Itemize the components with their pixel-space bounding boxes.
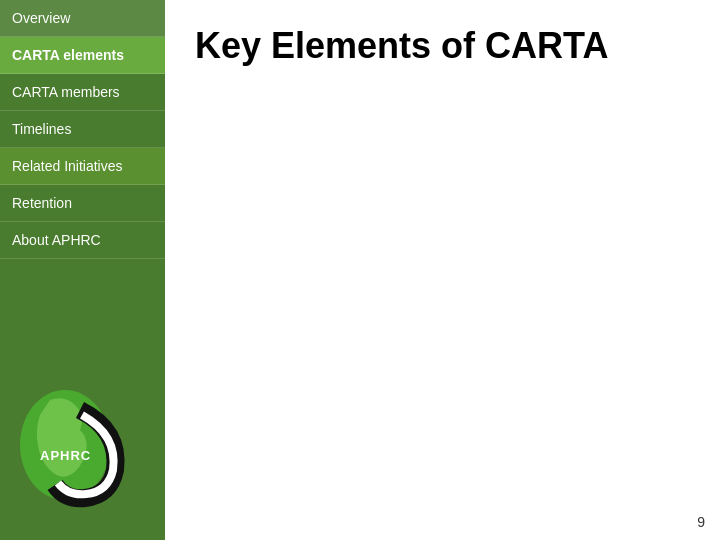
sidebar-item-carta-elements[interactable]: CARTA elements <box>0 37 165 74</box>
sidebar-item-related-initiatives[interactable]: Related Initiatives <box>0 148 165 185</box>
sidebar-item-timelines[interactable]: Timelines <box>0 111 165 148</box>
main-content: Key Elements of CARTA 9 <box>165 0 720 540</box>
svg-text:APHRC: APHRC <box>40 448 91 463</box>
page-title: Key Elements of CARTA <box>195 25 690 67</box>
sidebar-item-overview[interactable]: Overview <box>0 0 165 37</box>
sidebar: Overview CARTA elements CARTA members Ti… <box>0 0 165 540</box>
aphrc-logo: APHRC <box>10 380 140 510</box>
sidebar-item-carta-members[interactable]: CARTA members <box>0 74 165 111</box>
sidebar-item-about-aphrc[interactable]: About APHRC <box>0 222 165 259</box>
page-number: 9 <box>697 514 705 530</box>
sidebar-item-retention[interactable]: Retention <box>0 185 165 222</box>
